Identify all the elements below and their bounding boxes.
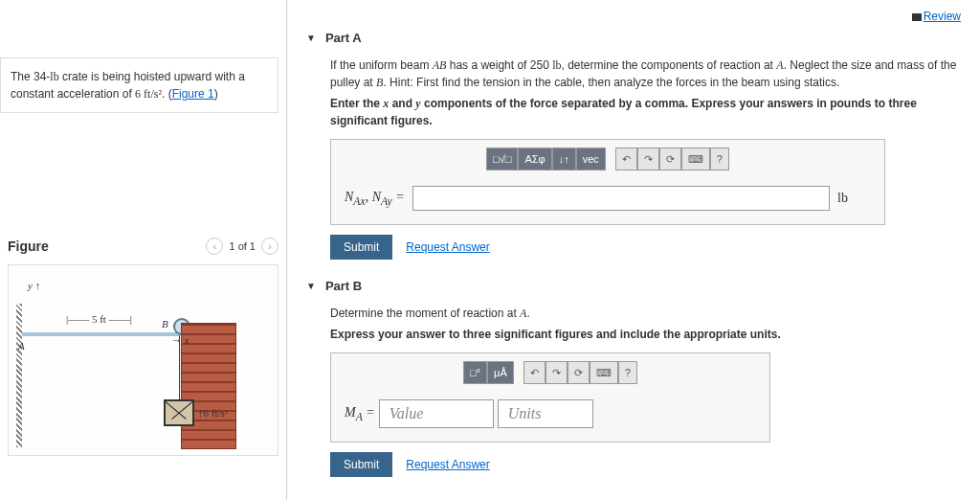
fig-accel-label: ↑6 ft/s²	[198, 407, 228, 419]
problem-text: The 34-	[11, 70, 50, 83]
figure-nav: ‹ 1 of 1 ›	[206, 238, 278, 255]
review-link[interactable]: Review	[924, 10, 961, 23]
figure-prev-button[interactable]: ‹	[206, 238, 223, 255]
tb-template-button[interactable]: □√□	[486, 148, 518, 170]
part-b-title: Part B	[325, 279, 362, 293]
part-b-submit-button[interactable]: Submit	[330, 452, 392, 477]
part-b-instruction-2: Express your answer to three significant…	[330, 326, 961, 343]
tb-vec-button[interactable]: vec	[576, 148, 606, 170]
fig-label-B: B	[162, 318, 168, 330]
figure-counter: 1 of 1	[229, 240, 256, 252]
fig-label-A: A	[18, 340, 25, 352]
tb-keyboard-button[interactable]: ⌨	[681, 148, 710, 170]
part-b-answer-label: MA =	[345, 405, 375, 423]
tb-reset-button[interactable]: ⟳	[659, 148, 681, 170]
fig-dimension: |—— 5 ft ——|	[66, 313, 132, 325]
part-b-toolbar: □° μÅ ↶ ↷ ⟳ ⌨ ?	[331, 353, 769, 392]
part-a-answer-label: NAx, NAy =	[345, 190, 405, 208]
problem-text4: )	[214, 87, 218, 101]
part-b-units-input[interactable]: Units	[498, 399, 593, 428]
review-icon	[912, 13, 922, 21]
part-b-instruction-1: Determine the moment of reaction at A.	[330, 305, 961, 322]
fig-y-axis: y ↑	[28, 280, 40, 291]
figure-section: Figure ‹ 1 of 1 › A B y ↑ → x |—— 5 ft —…	[0, 238, 286, 456]
part-a-answer-input[interactable]	[412, 186, 830, 211]
part-a-answer-box: □√□ ΑΣφ ↓↑ vec ↶ ↷ ⟳ ⌨ ? NAx, NAy =	[330, 139, 885, 225]
tb-keyboard-button-b[interactable]: ⌨	[590, 361, 618, 384]
tb-help-button[interactable]: ?	[710, 148, 729, 170]
part-a-instruction-1: If the uniform beam AB has a weight of 2…	[330, 57, 961, 91]
problem-accel: 6 ft/s²	[135, 87, 162, 101]
part-a: ▼ Part A If the uniform beam AB has a we…	[306, 31, 961, 260]
problem-statement: The 34-lb crate is being hoisted upward …	[0, 57, 278, 113]
tb-template-button-b[interactable]: □°	[463, 361, 487, 384]
figure-next-button[interactable]: ›	[261, 238, 278, 255]
part-a-instruction-2: Enter the x and y components of the forc…	[330, 95, 961, 129]
part-a-submit-button[interactable]: Submit	[330, 235, 392, 260]
right-panel: Review ▼ Part A If the uniform beam AB h…	[287, 0, 980, 500]
part-b-toggle[interactable]: ▼	[306, 281, 316, 291]
tb-redo-button-b[interactable]: ↷	[546, 361, 568, 384]
part-a-unit-label: lb	[837, 191, 871, 206]
part-b: ▼ Part B Determine the moment of reactio…	[306, 279, 961, 477]
tb-reset-button-b[interactable]: ⟳	[568, 361, 590, 384]
tb-subscript-button[interactable]: ↓↑	[552, 148, 576, 170]
tb-greek-button[interactable]: ΑΣφ	[518, 148, 551, 170]
tb-units-button-b[interactable]: μÅ	[487, 361, 514, 384]
tb-help-button-b[interactable]: ?	[618, 361, 637, 384]
part-a-title: Part A	[325, 31, 362, 45]
part-b-request-answer-link[interactable]: Request Answer	[406, 458, 489, 471]
fig-x-axis: → x	[171, 334, 189, 346]
tb-redo-button[interactable]: ↷	[637, 148, 659, 170]
problem-unit: lb	[50, 70, 58, 83]
left-panel: The 34-lb crate is being hoisted upward …	[0, 0, 287, 500]
figure-title: Figure	[8, 239, 49, 254]
figure-image: A B y ↑ → x |—— 5 ft ——| ↑6 ft/s²	[8, 264, 278, 456]
tb-undo-button-b[interactable]: ↶	[523, 361, 546, 384]
part-b-value-input[interactable]: Value	[379, 399, 494, 428]
figure-link[interactable]: Figure 1	[172, 87, 214, 101]
problem-text3: . (	[162, 87, 172, 101]
part-a-request-answer-link[interactable]: Request Answer	[406, 240, 489, 254]
part-a-toolbar: □√□ ΑΣφ ↓↑ vec ↶ ↷ ⟳ ⌨ ?	[331, 140, 884, 178]
tb-undo-button[interactable]: ↶	[615, 148, 637, 170]
part-a-toggle[interactable]: ▼	[306, 33, 316, 43]
part-b-answer-box: □° μÅ ↶ ↷ ⟳ ⌨ ? MA = Value Units	[330, 352, 770, 443]
